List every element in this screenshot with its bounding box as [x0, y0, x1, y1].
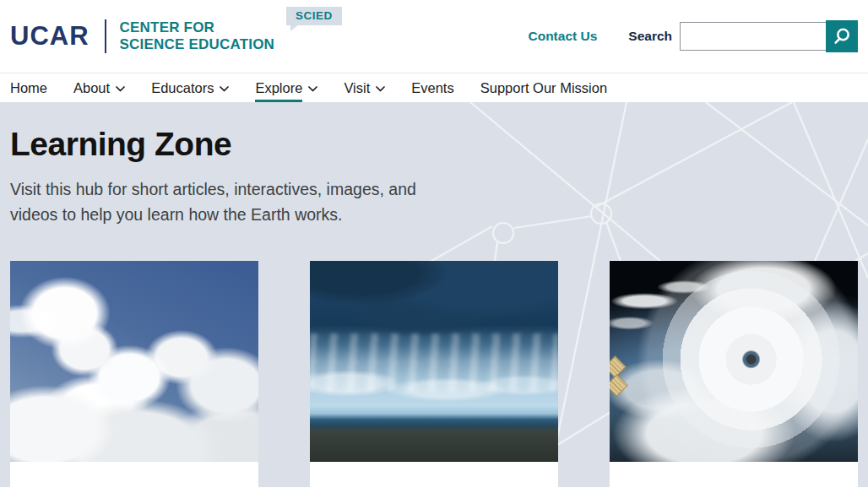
card-rainstorm[interactable]: [310, 261, 558, 487]
nav-item-about[interactable]: About: [73, 80, 125, 96]
nav-item-explore[interactable]: Explore: [255, 80, 317, 96]
ucar-logo[interactable]: UCAR: [10, 21, 90, 52]
card-clouds[interactable]: [10, 261, 258, 487]
main-nav: Home About Educators Explore Visit: [0, 73, 868, 102]
nav-item-support-our-mission[interactable]: Support Our Mission: [480, 80, 607, 96]
nav-item-events[interactable]: Events: [411, 80, 453, 96]
scied-badge: SCIED: [286, 7, 342, 25]
site-header: UCAR CENTER FOR SCIENCE EDUCATION SCIED …: [0, 0, 868, 73]
header-utility-area: Contact Us Search: [528, 20, 858, 52]
page-title: Learning Zone: [0, 102, 868, 163]
contact-us-link[interactable]: Contact Us: [528, 29, 597, 44]
search-input[interactable]: [680, 22, 826, 51]
intro-text: Visit this hub for short articles, inter…: [10, 176, 462, 227]
chevron-down-icon: [220, 86, 229, 92]
nav-item-educators[interactable]: Educators: [151, 80, 229, 96]
card-body: [610, 462, 858, 487]
card-hurricane[interactable]: [610, 261, 858, 487]
chevron-down-icon: [376, 86, 385, 92]
card-row: [10, 261, 858, 487]
card-image-hurricane: [610, 261, 858, 462]
chevron-down-icon: [116, 86, 125, 92]
card-image-cumulus-clouds: [10, 261, 258, 462]
search-icon: [832, 26, 852, 46]
nav-item-visit[interactable]: Visit: [344, 80, 385, 96]
chevron-down-icon: [308, 86, 317, 92]
learning-zone-hero: Learning Zone Visit this hub for short a…: [0, 102, 868, 487]
iss-solar-panel: [610, 374, 628, 397]
nav-item-home[interactable]: Home: [10, 80, 47, 96]
logo-divider: [105, 19, 106, 53]
site-title-line1: CENTER FOR: [120, 19, 215, 35]
search-label: Search: [628, 29, 672, 44]
card-image-rainstorm: [310, 261, 558, 462]
brand-area: UCAR CENTER FOR SCIENCE EDUCATION: [0, 19, 274, 54]
page: UCAR CENTER FOR SCIENCE EDUCATION SCIED …: [0, 0, 868, 488]
card-body: [10, 462, 258, 487]
site-title-link[interactable]: CENTER FOR SCIENCE EDUCATION: [120, 19, 275, 54]
card-body: [310, 462, 558, 487]
site-title-line2: SCIENCE EDUCATION: [120, 36, 275, 52]
search-submit-button[interactable]: [826, 20, 858, 52]
